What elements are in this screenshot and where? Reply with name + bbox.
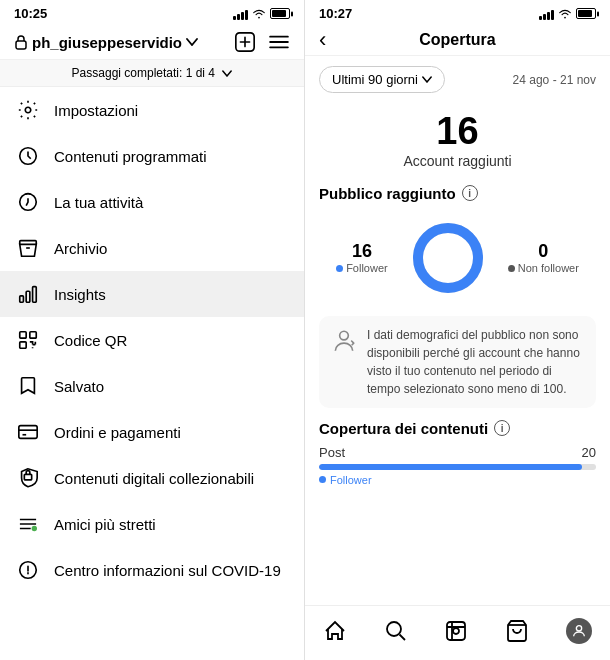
sidebar-item-contenuti-programmati[interactable]: Contenuti programmati xyxy=(0,133,304,179)
demographic-text: I dati demografici del pubblico non sono… xyxy=(367,326,584,398)
status-bar-left: 10:25 xyxy=(0,0,304,25)
sidebar-item-qr[interactable]: Codice QR xyxy=(0,317,304,363)
chevron-passaggi-icon xyxy=(222,70,232,77)
sidebar-item-ordini[interactable]: Ordini e pagamenti xyxy=(0,409,304,455)
donut-chart xyxy=(408,218,488,298)
post-value: 20 xyxy=(582,445,596,460)
filter-label: Ultimi 90 giorni xyxy=(332,72,418,87)
qr-icon xyxy=(16,328,40,352)
svg-rect-8 xyxy=(20,332,26,338)
sidebar-item-insights[interactable]: Insights xyxy=(0,271,304,317)
top-bar-icons xyxy=(234,31,290,53)
follower-count: 16 xyxy=(352,241,372,262)
follower-dot xyxy=(336,265,343,272)
covid-icon xyxy=(16,558,40,582)
non-follower-count: 0 xyxy=(538,241,548,262)
section-pubblico-text: Pubblico raggiunto xyxy=(319,185,456,202)
chart-icon xyxy=(16,282,40,306)
add-icon[interactable] xyxy=(234,31,256,53)
signal-icon-right xyxy=(539,8,554,20)
battery-icon-right xyxy=(576,8,596,19)
sidebar-item-label: Insights xyxy=(54,286,106,303)
content-coverage: Copertura dei contenuti i Post 20 Follow… xyxy=(319,420,596,486)
lock-icon xyxy=(14,34,28,50)
sidebar-item-attivita[interactable]: La tua attività xyxy=(0,179,304,225)
svg-point-17 xyxy=(340,331,349,340)
menu-icon[interactable] xyxy=(268,34,290,50)
sidebar-item-archivio[interactable]: Archivio xyxy=(0,225,304,271)
bottom-nav xyxy=(305,605,610,660)
filter-button[interactable]: Ultimi 90 giorni xyxy=(319,66,445,93)
svg-rect-6 xyxy=(26,291,30,302)
account-name-text: ph_giuseppeservidio xyxy=(32,34,182,51)
content-area: Ultimi 90 giorni 24 ago - 21 nov 16 Acco… xyxy=(305,56,610,605)
shield-icon xyxy=(16,466,40,490)
svg-rect-5 xyxy=(20,296,24,302)
status-icons-right xyxy=(539,8,596,20)
main-number: 16 xyxy=(319,111,596,153)
nav-bar: ‹ Copertura xyxy=(305,25,610,56)
avatar xyxy=(566,618,592,644)
profile-tab[interactable] xyxy=(558,614,600,648)
svg-rect-12 xyxy=(24,474,31,480)
shop-tab[interactable] xyxy=(497,615,537,647)
info-icon-pubblico[interactable]: i xyxy=(462,185,478,201)
svg-rect-0 xyxy=(16,41,26,49)
sidebar-item-label: Codice QR xyxy=(54,332,127,349)
shop-icon xyxy=(505,619,529,643)
svg-point-18 xyxy=(387,622,401,636)
sidebar-item-label: Salvato xyxy=(54,378,104,395)
post-row: Post 20 xyxy=(319,445,596,460)
sidebar-item-digitali[interactable]: Contenuti digitali collezionabili xyxy=(0,455,304,501)
section-copertura-text: Copertura dei contenuti xyxy=(319,420,488,437)
svg-point-21 xyxy=(576,626,581,631)
reels-tab[interactable] xyxy=(436,615,476,647)
svg-point-20 xyxy=(453,628,459,634)
sidebar-item-impostazioni[interactable]: Impostazioni xyxy=(0,87,304,133)
list-icon xyxy=(16,512,40,536)
bookmark-icon xyxy=(16,374,40,398)
menu-list: Impostazioni Contenuti programmati La t xyxy=(0,87,304,660)
card-icon xyxy=(16,420,40,444)
post-label: Post xyxy=(319,445,345,460)
info-icon-copertura[interactable]: i xyxy=(494,420,510,436)
sidebar-item-label: La tua attività xyxy=(54,194,143,211)
passaggi-bar[interactable]: Passaggi completati: 1 di 4 xyxy=(0,60,304,87)
svg-rect-9 xyxy=(30,332,36,338)
sidebar-item-amici[interactable]: Amici più stretti xyxy=(0,501,304,547)
sidebar-item-salvato[interactable]: Salvato xyxy=(0,363,304,409)
chevron-filter-icon xyxy=(422,76,432,83)
chevron-down-icon xyxy=(186,38,198,46)
sidebar-item-label: Centro informazioni sul COVID-19 xyxy=(54,562,281,579)
signal-icon xyxy=(233,8,248,20)
left-panel: 10:25 ph_giuseppeservid xyxy=(0,0,305,660)
activity-icon xyxy=(16,190,40,214)
svg-rect-10 xyxy=(20,342,26,348)
wifi-icon xyxy=(252,8,266,19)
non-follower-label: Non follower xyxy=(508,262,579,274)
search-tab[interactable] xyxy=(376,615,416,647)
clock-icon xyxy=(16,144,40,168)
sidebar-item-label: Archivio xyxy=(54,240,107,257)
avatar-icon xyxy=(571,623,587,639)
filter-row: Ultimi 90 giorni 24 ago - 21 nov xyxy=(319,56,596,101)
svg-rect-19 xyxy=(447,622,465,640)
home-tab[interactable] xyxy=(315,615,355,647)
svg-point-16 xyxy=(418,228,478,288)
sidebar-item-covid[interactable]: Centro informazioni sul COVID-19 xyxy=(0,547,304,593)
account-name-container[interactable]: ph_giuseppeservidio xyxy=(14,34,198,51)
svg-point-13 xyxy=(32,526,37,531)
section-pubblico: Pubblico raggiunto i xyxy=(319,185,596,202)
sidebar-item-label: Amici più stretti xyxy=(54,516,156,533)
sidebar-item-label: Ordini e pagamenti xyxy=(54,424,181,441)
right-panel: 10:27 ‹ Copertura Ultim xyxy=(305,0,610,660)
non-follower-dot xyxy=(508,265,515,272)
back-button[interactable]: ‹ xyxy=(319,27,326,53)
time-left: 10:25 xyxy=(14,6,47,21)
main-subtitle: Account raggiunti xyxy=(319,153,596,169)
sidebar-item-label: Impostazioni xyxy=(54,102,138,119)
sidebar-item-label: Contenuti programmati xyxy=(54,148,207,165)
battery-icon xyxy=(270,8,290,19)
svg-rect-7 xyxy=(33,287,37,303)
svg-point-2 xyxy=(25,107,31,113)
